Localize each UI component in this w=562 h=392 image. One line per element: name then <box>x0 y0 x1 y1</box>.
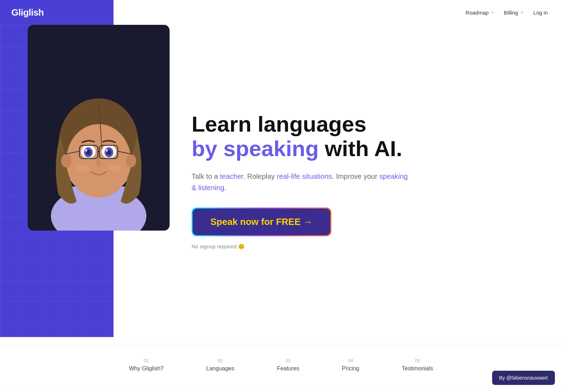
hero-image-container <box>0 25 170 231</box>
nav-item-testimonials[interactable]: 05 Testimonials <box>381 355 454 375</box>
external-link-icon: ↗ <box>491 10 494 15</box>
nav-item-why-gliglish[interactable]: 01 Why Gliglish? <box>108 355 185 375</box>
header-logo-area: Gliglish <box>0 0 114 25</box>
hero-title: Learn languages by speaking with AI. <box>192 112 412 160</box>
ai-character-illustration <box>28 25 170 231</box>
main-layout: Learn languages by speaking with AI. Tal… <box>0 25 562 337</box>
svg-point-8 <box>61 154 71 167</box>
svg-point-17 <box>106 149 108 151</box>
bottom-nav: 01 Why Gliglish? 02 Languages 03 Feature… <box>0 344 562 385</box>
external-link-icon: ↗ <box>520 10 523 15</box>
cta-button-border: Speak now for FREE → <box>192 208 331 236</box>
right-content: Learn languages by speaking with AI. Tal… <box>114 25 562 337</box>
attribution-badge: By @fabiensnauwaert <box>492 371 555 385</box>
svg-point-7 <box>66 124 131 198</box>
nav-item-languages[interactable]: 02 Languages <box>185 355 255 375</box>
as-seen-on-section: AS SEEN ON <box>0 385 562 392</box>
header-nav-area: Roadmap ↗ Billing ↗ Log in <box>114 0 562 25</box>
left-panel <box>0 25 114 337</box>
no-signup-text: No signup required 😊 <box>192 243 412 250</box>
nav-item-features[interactable]: 03 Features <box>255 355 320 375</box>
nav-item-pricing[interactable]: 04 Pricing <box>321 355 381 375</box>
billing-link[interactable]: Billing ↗ <box>504 10 523 16</box>
speak-now-button[interactable]: Speak now for FREE → <box>193 209 330 235</box>
teacher-link[interactable]: teacher <box>220 172 243 180</box>
site-logo[interactable]: Gliglish <box>11 7 44 18</box>
svg-point-24 <box>109 165 122 172</box>
hero-description: Talk to a teacher. Roleplay real-life si… <box>192 171 412 193</box>
hero-text-block: Learn languages by speaking with AI. Tal… <box>192 112 412 249</box>
login-link[interactable]: Log in <box>533 10 548 16</box>
hero-image-bg <box>28 25 170 231</box>
svg-point-13 <box>85 149 87 151</box>
real-life-link[interactable]: real-life situations <box>277 172 332 180</box>
cta-wrapper: Speak now for FREE → <box>192 208 331 236</box>
svg-point-9 <box>126 154 136 167</box>
svg-point-23 <box>76 165 89 172</box>
roadmap-link[interactable]: Roadmap ↗ <box>465 10 494 16</box>
